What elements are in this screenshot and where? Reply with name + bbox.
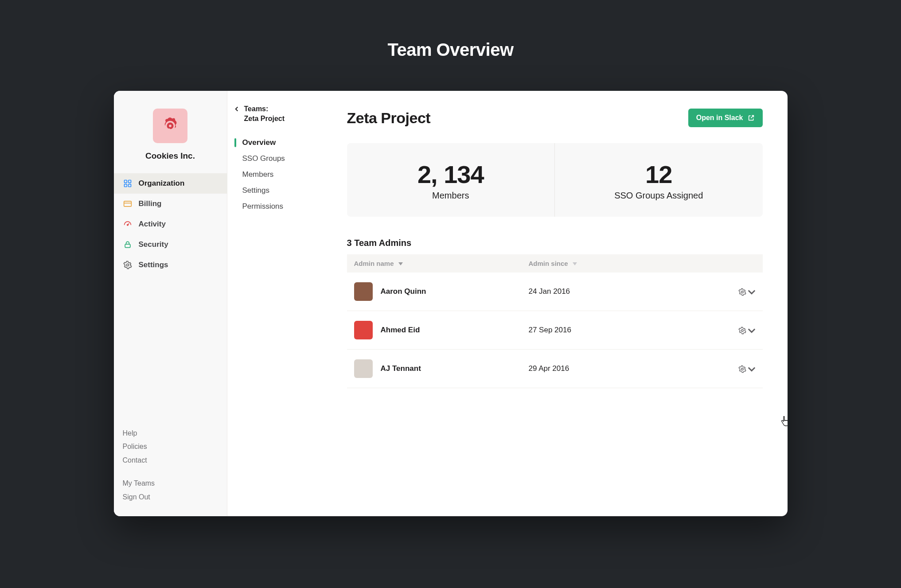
chevron-left-icon — [233, 105, 241, 113]
caret-down-icon — [398, 260, 403, 267]
svg-rect-10 — [125, 244, 130, 248]
chevron-down-icon — [748, 365, 756, 373]
admin-name-cell: AJ Tennant — [354, 359, 515, 378]
stats-panel: 2, 134 Members 12 SSO Groups Assigned — [347, 143, 763, 217]
sidebar-item-settings[interactable]: Settings — [114, 255, 227, 275]
gauge-icon — [123, 219, 133, 229]
svg-point-15 — [741, 329, 743, 331]
avatar — [354, 321, 373, 339]
admin-name-cell: Ahmed Eid — [354, 321, 515, 339]
footer-link-help[interactable]: Help — [123, 427, 218, 440]
sidebar-footer: Help Policies Contact My Teams Sign Out — [114, 427, 227, 516]
row-actions-button[interactable] — [721, 273, 763, 311]
footer-link-policies[interactable]: Policies — [123, 440, 218, 453]
svg-point-14 — [741, 291, 743, 293]
column-header-admin-since[interactable]: Admin since — [521, 254, 721, 273]
table-row[interactable]: Aaron Quinn24 Jan 2016 — [347, 273, 763, 311]
row-actions-button[interactable] — [721, 311, 763, 350]
admin-name: Aaron Quinn — [381, 287, 426, 296]
sidebar-item-activity[interactable]: Activity — [114, 214, 227, 234]
stat-label: Members — [351, 191, 550, 201]
svg-rect-4 — [124, 184, 127, 187]
admin-name: AJ Tennant — [381, 364, 421, 373]
admins-section-title: 3 Team Admins — [347, 238, 763, 248]
gear-icon — [738, 365, 746, 373]
sidebar-item-label: Activity — [139, 220, 166, 229]
button-label: Open in Slack — [696, 114, 743, 122]
sidebar: Cookies Inc. Organization Billing Activi… — [114, 91, 227, 516]
grid-icon — [123, 179, 133, 188]
sidebar-item-organization[interactable]: Organization — [114, 173, 227, 194]
gear-icon — [123, 260, 133, 270]
footer-link-sign-out[interactable]: Sign Out — [123, 491, 218, 504]
svg-rect-2 — [124, 180, 127, 183]
pointer-cursor-icon — [780, 416, 788, 428]
sidebar-item-label: Settings — [139, 261, 168, 269]
svg-point-16 — [741, 368, 743, 370]
org-logo — [153, 109, 187, 143]
stat-label: SSO Groups Assigned — [559, 191, 758, 201]
admin-name-cell: Aaron Quinn — [354, 282, 515, 301]
sidebar-item-label: Billing — [139, 199, 162, 208]
svg-rect-3 — [128, 180, 131, 183]
subnav-item-permissions[interactable]: Permissions — [232, 199, 329, 214]
external-link-icon — [748, 114, 755, 121]
svg-marker-12 — [398, 262, 403, 265]
credit-card-icon — [123, 199, 133, 209]
chevron-down-icon — [748, 288, 756, 296]
subnav-item-settings[interactable]: Settings — [232, 183, 329, 199]
chevron-down-icon — [748, 327, 756, 335]
admin-since-cell: 24 Jan 2016 — [521, 273, 721, 311]
sidebar-item-label: Organization — [139, 179, 185, 188]
stat-value: 2, 134 — [351, 160, 550, 189]
subnav: Overview SSO Groups Members Settings Per… — [232, 135, 329, 214]
table-row[interactable]: Ahmed Eid27 Sep 2016 — [347, 311, 763, 350]
gear-icon — [738, 327, 746, 335]
open-in-slack-button[interactable]: Open in Slack — [688, 109, 763, 127]
subnav-item-overview[interactable]: Overview — [232, 135, 329, 151]
svg-point-1 — [169, 125, 172, 127]
subnav-item-sso-groups[interactable]: SSO Groups — [232, 151, 329, 167]
page-title: Zeta Project — [347, 109, 431, 127]
svg-marker-13 — [573, 262, 577, 265]
breadcrumb-text: Teams: Zeta Project — [244, 104, 285, 123]
row-actions-button[interactable] — [721, 350, 763, 388]
main-header: Zeta Project Open in Slack — [347, 109, 763, 127]
subnav-column: Teams: Zeta Project Overview SSO Groups … — [227, 91, 334, 516]
sidebar-item-security[interactable]: Security — [114, 234, 227, 255]
org-name: Cookies Inc. — [114, 151, 227, 161]
avatar — [354, 359, 373, 378]
svg-rect-5 — [128, 184, 131, 187]
gear-icon — [738, 288, 746, 296]
svg-line-9 — [128, 223, 129, 225]
sidebar-item-billing[interactable]: Billing — [114, 194, 227, 214]
svg-point-11 — [126, 264, 129, 266]
page-heading: Team Overview — [387, 40, 513, 60]
admin-since-cell: 29 Apr 2016 — [521, 350, 721, 388]
table-row[interactable]: AJ Tennant29 Apr 2016 — [347, 350, 763, 388]
lock-icon — [123, 240, 133, 249]
footer-link-contact[interactable]: Contact — [123, 454, 218, 467]
admins-table: Admin name Admin since Aaron Quinn24 Jan… — [347, 254, 763, 388]
stat-value: 12 — [559, 160, 758, 189]
org-block: Cookies Inc. — [114, 91, 227, 173]
admin-since-cell: 27 Sep 2016 — [521, 311, 721, 350]
stat-members: 2, 134 Members — [347, 143, 555, 217]
caret-down-icon — [573, 260, 577, 267]
sidebar-item-label: Security — [139, 240, 168, 249]
subnav-item-members[interactable]: Members — [232, 167, 329, 183]
footer-link-my-teams[interactable]: My Teams — [123, 477, 218, 490]
sidebar-nav: Organization Billing Activity Security — [114, 173, 227, 275]
avatar — [354, 282, 373, 301]
stat-sso-groups: 12 SSO Groups Assigned — [554, 143, 763, 217]
breadcrumb-back[interactable]: Teams: Zeta Project — [232, 103, 329, 135]
svg-rect-6 — [124, 201, 131, 206]
column-header-admin-name[interactable]: Admin name — [347, 254, 522, 273]
admin-name: Ahmed Eid — [381, 326, 420, 335]
main-content: Zeta Project Open in Slack 2, 134 Member… — [334, 91, 788, 516]
app-window: Cookies Inc. Organization Billing Activi… — [114, 91, 788, 516]
